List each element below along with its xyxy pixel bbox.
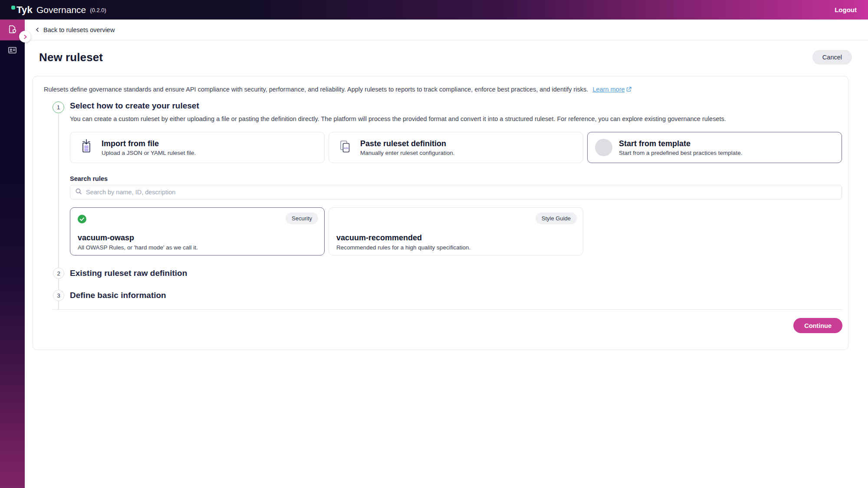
option-start-from-template[interactable]: Start from template Start from a predefi… (587, 132, 842, 163)
template-circle-icon (595, 139, 612, 156)
step-1-title: Select how to create your ruleset (70, 101, 199, 111)
step-1-number: 1 (57, 104, 60, 111)
intro-text: Rulesets define governance standards and… (44, 86, 631, 93)
category-badge: Style Guide (536, 213, 577, 224)
external-link-icon (626, 86, 631, 93)
id-card-icon (7, 45, 17, 57)
tyk-logo-dot-icon (11, 6, 15, 10)
version-label: (0.2.0) (90, 7, 106, 13)
back-bar: Back to rulesets overview (25, 20, 868, 40)
check-circle-icon (77, 214, 87, 226)
template-description: Recommended rules for a high quality spe… (336, 244, 470, 251)
sidebar (0, 20, 25, 488)
file-import-icon (78, 138, 95, 157)
new-ruleset-card: Rulesets define governance standards and… (33, 76, 848, 350)
step-3-title: Define basic information (70, 291, 166, 300)
step-connector-line (58, 114, 59, 309)
logout-button[interactable]: Logout (835, 6, 857, 13)
back-link-label: Back to rulesets overview (43, 26, 115, 33)
step-2-title: Existing ruleset raw definition (70, 269, 187, 278)
main-content: Back to rulesets overview New ruleset Ca… (25, 20, 868, 488)
step-3-number: 3 (57, 292, 60, 299)
step-2-number: 2 (57, 270, 60, 277)
template-name: vacuum-owasp (78, 233, 134, 242)
cancel-button[interactable]: Cancel (812, 50, 852, 65)
template-description: All OWASP Rules, or 'hard mode' as we ca… (78, 244, 198, 251)
svg-text:</>: </> (344, 146, 349, 150)
document-shield-icon (7, 24, 17, 36)
option-import-from-file[interactable]: Import from file Upload a JSON or YAML r… (70, 132, 325, 163)
chevron-right-icon (22, 34, 28, 40)
step-1-description: You can create a custom ruleset by eithe… (70, 115, 726, 122)
template-card-vacuum-owasp[interactable]: Security vacuum-owasp All OWASP Rules, o… (70, 207, 325, 255)
step-1-indicator: 1 (53, 102, 64, 113)
product-name: Governance (36, 5, 86, 15)
search-box (70, 185, 842, 200)
learn-more-link[interactable]: Learn more (592, 86, 625, 93)
search-rules-label: Search rules (70, 175, 108, 182)
page-title: New ruleset (39, 51, 103, 64)
option-title: Import from file (102, 139, 196, 149)
top-bar: Tyk Governance (0.2.0) Logout (0, 0, 868, 20)
step-3-indicator: 3 (53, 290, 64, 301)
create-option-row: Import from file Upload a JSON or YAML r… (70, 132, 842, 163)
search-rules-input[interactable] (86, 189, 837, 196)
template-name: vacuum-recommended (336, 233, 422, 242)
sidebar-item-reports[interactable] (0, 40, 25, 61)
option-title: Start from template (619, 139, 742, 149)
back-to-rulesets-link[interactable]: Back to rulesets overview (35, 26, 115, 33)
sidebar-expand-button[interactable] (19, 31, 31, 43)
step-2-indicator: 2 (53, 268, 64, 279)
code-document-icon: </> (336, 138, 354, 157)
template-card-vacuum-recommended[interactable]: Style Guide vacuum-recommended Recommend… (329, 207, 583, 255)
page-header: New ruleset Cancel (25, 40, 868, 65)
option-description: Upload a JSON or YAML ruleset file. (102, 150, 196, 156)
intro-description: Rulesets define governance standards and… (44, 86, 588, 93)
tyk-logo: Tyk Governance (0.2.0) (11, 4, 106, 16)
category-badge: Security (286, 213, 318, 224)
footer-divider (53, 309, 842, 310)
option-title: Paste ruleset definition (360, 139, 455, 149)
template-card-row: Security vacuum-owasp All OWASP Rules, o… (70, 207, 842, 255)
continue-button[interactable]: Continue (793, 318, 842, 333)
search-icon (75, 188, 82, 197)
chevron-left-icon (35, 27, 40, 33)
option-paste-definition[interactable]: </> Paste ruleset definition Manually en… (329, 132, 583, 163)
option-description: Start from a predefined best practices t… (619, 150, 742, 156)
option-description: Manually enter ruleset configuration. (360, 150, 455, 156)
brand-name: Tyk (16, 4, 33, 16)
